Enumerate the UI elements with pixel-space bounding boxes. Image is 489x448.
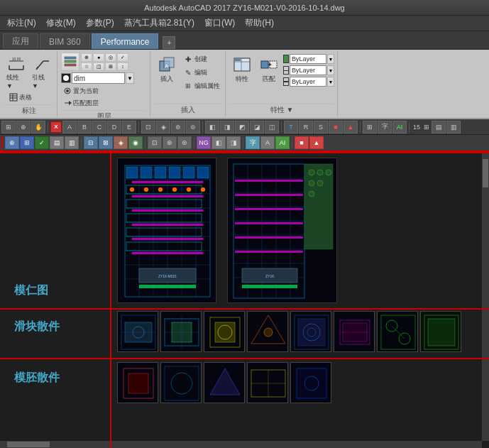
tb3-btn-4[interactable]: ▤ bbox=[50, 136, 64, 149]
thumb-h2[interactable] bbox=[160, 311, 202, 352]
tb-pan-icon[interactable]: ✋ bbox=[31, 121, 45, 133]
thumb-m3[interactable] bbox=[204, 362, 245, 403]
color-arrow[interactable]: ▼ bbox=[327, 54, 334, 64]
btn-layer-panel[interactable] bbox=[61, 53, 79, 71]
tb-btn-11[interactable]: ◧ bbox=[205, 121, 219, 133]
thumb-h5[interactable] bbox=[290, 311, 331, 352]
tab-add-button[interactable]: + bbox=[163, 36, 175, 49]
tb3-btn-8[interactable]: ◈ bbox=[114, 136, 128, 149]
btn-layer-8[interactable]: ↕ bbox=[117, 62, 128, 71]
tb3-btn-13[interactable]: NG bbox=[197, 136, 211, 149]
h-scrollbar[interactable] bbox=[0, 441, 482, 448]
tb3-btn-17[interactable]: A bbox=[260, 136, 275, 149]
btn-match-layer[interactable]: 匹配图层 bbox=[61, 97, 147, 109]
btn-properties-large[interactable]: 特性 bbox=[229, 53, 255, 86]
tb-btn-9[interactable]: ⊛ bbox=[171, 121, 185, 133]
btn-table[interactable]: 表格 bbox=[7, 92, 54, 103]
tb-btn-17[interactable]: R bbox=[299, 121, 313, 133]
btn-create[interactable]: ✚ 创建 bbox=[181, 53, 222, 65]
tb-btn-8[interactable]: ◈ bbox=[156, 121, 170, 133]
tab-performance[interactable]: Performance bbox=[92, 33, 159, 49]
tb-btn-6[interactable]: E bbox=[122, 121, 136, 133]
menu-tools[interactable]: 蒸汽工具箱2.81(Y) bbox=[120, 16, 199, 31]
tb-btn-25[interactable]: ▥ bbox=[446, 121, 461, 133]
btn-linear[interactable]: 10.00 线性 ▼ bbox=[4, 53, 28, 92]
tb-btn-4[interactable]: C bbox=[92, 121, 106, 133]
color-dropdown[interactable]: ByLayer bbox=[290, 54, 326, 64]
tb-btn-15[interactable]: ◫ bbox=[265, 121, 279, 133]
menu-xiugai[interactable]: 修改(M) bbox=[42, 16, 80, 31]
linetype-arrow[interactable]: ▼ bbox=[327, 65, 334, 75]
btn-match-properties[interactable]: 匹配 bbox=[256, 53, 282, 86]
h-scrollbar-thumb[interactable] bbox=[7, 442, 50, 447]
layer-dropdown-arrow[interactable]: ▼ bbox=[126, 72, 134, 84]
tb3-btn-14[interactable]: ◧ bbox=[211, 136, 226, 149]
tb3-btn-2[interactable]: ⊞ bbox=[20, 136, 34, 149]
tb3-btn-11[interactable]: ⊛ bbox=[163, 136, 177, 149]
tb-btn-7[interactable]: ⊡ bbox=[141, 121, 155, 133]
linetype-dropdown[interactable]: ByLayer bbox=[290, 65, 326, 75]
tb-btn-23[interactable]: AI bbox=[392, 121, 407, 133]
tb3-btn-10[interactable]: ⊡ bbox=[148, 136, 162, 149]
tb-zoom-icon[interactable]: ⊕ bbox=[16, 121, 31, 133]
btn-layer-6[interactable]: ◫ bbox=[93, 62, 104, 71]
thumb-m1[interactable] bbox=[117, 362, 158, 403]
menu-help[interactable]: 帮助(H) bbox=[241, 16, 278, 31]
tb-btn-14[interactable]: ◪ bbox=[250, 121, 264, 133]
tb-grid-icon[interactable]: ⊞ bbox=[1, 121, 16, 133]
tb3-btn-15[interactable]: ◨ bbox=[226, 136, 241, 149]
btn-set-current[interactable]: 置为当前 bbox=[61, 85, 147, 97]
tb3-btn-7[interactable]: ⊠ bbox=[99, 136, 113, 149]
v-scrollbar-thumb[interactable] bbox=[483, 159, 488, 187]
tb-btn-21[interactable]: ⊞ bbox=[363, 121, 377, 133]
thumb-m5[interactable] bbox=[290, 362, 331, 403]
tb3-btn-20[interactable]: ▲ bbox=[309, 136, 324, 149]
tb3-btn-6[interactable]: ⊟ bbox=[84, 136, 98, 149]
menu-canshu[interactable]: 参数(P) bbox=[82, 16, 119, 31]
tb-btn-24[interactable]: ▤ bbox=[432, 121, 446, 133]
menu-window[interactable]: 窗口(W) bbox=[200, 16, 239, 31]
btn-edit-attr[interactable]: ⊞ 编辑属性 bbox=[181, 80, 222, 92]
btn-leader[interactable]: 引线 ▼ bbox=[30, 53, 54, 92]
thumb-m2[interactable] bbox=[160, 362, 202, 403]
btn-insert-large[interactable]: A 插入 bbox=[154, 53, 180, 86]
tb3-btn-12[interactable]: ⊜ bbox=[177, 136, 192, 149]
tb-btn-3[interactable]: B bbox=[77, 121, 92, 133]
thumb-h7[interactable] bbox=[377, 311, 418, 352]
tb3-btn-3[interactable]: ✓ bbox=[35, 136, 49, 149]
tb-btn-2[interactable]: A bbox=[62, 121, 77, 133]
tb-btn-13[interactable]: ◩ bbox=[235, 121, 249, 133]
thumb-m4[interactable] bbox=[247, 362, 288, 403]
tb-btn-19[interactable]: ■ bbox=[329, 121, 343, 133]
tb-btn-16[interactable]: T bbox=[284, 121, 298, 133]
tb-btn-20[interactable]: ▲ bbox=[344, 121, 358, 133]
btn-layer-7[interactable]: ⊞ bbox=[105, 62, 116, 71]
menu-biaozhu[interactable]: 标注(N) bbox=[3, 16, 40, 31]
btn-layer-1[interactable]: ⊕ bbox=[81, 53, 92, 62]
btn-layer-2[interactable]: ● bbox=[93, 53, 104, 62]
tb-btn-18[interactable]: S bbox=[314, 121, 328, 133]
tb-btn-22[interactable]: 字 bbox=[378, 121, 392, 133]
tb-btn-12[interactable]: ◨ bbox=[220, 121, 234, 133]
tb-btn-10[interactable]: ⊜ bbox=[186, 121, 200, 133]
lineweight-dropdown[interactable]: ByLayer bbox=[290, 77, 326, 87]
btn-edit-block[interactable]: ✎ 编辑 bbox=[181, 66, 222, 79]
tb3-btn-5[interactable]: ▥ bbox=[65, 136, 79, 149]
thumb-h1[interactable] bbox=[117, 311, 158, 352]
v-scrollbar[interactable] bbox=[482, 152, 489, 441]
thumb-h6[interactable] bbox=[334, 311, 375, 352]
lineweight-arrow[interactable]: ▼ bbox=[327, 77, 334, 87]
tb3-btn-16[interactable]: 字 bbox=[246, 136, 260, 149]
btn-layer-5[interactable]: ☆ bbox=[81, 62, 92, 71]
layer-name-dropdown[interactable]: dim bbox=[72, 72, 125, 84]
tb-btn-5[interactable]: D bbox=[107, 121, 121, 133]
btn-layer-3[interactable]: ◎ bbox=[105, 53, 116, 62]
tb3-btn-19[interactable]: ■ bbox=[295, 136, 309, 149]
thumb-h8[interactable] bbox=[420, 311, 461, 352]
thumb-h4[interactable] bbox=[247, 311, 288, 352]
tb-btn-1[interactable]: X bbox=[50, 121, 62, 133]
tb3-btn-18[interactable]: AI bbox=[275, 136, 290, 149]
tb3-btn-9[interactable]: ◉ bbox=[128, 136, 143, 149]
tab-bim360[interactable]: BIM 360 bbox=[40, 33, 90, 49]
tb3-btn-1[interactable]: ⊕ bbox=[5, 136, 19, 149]
